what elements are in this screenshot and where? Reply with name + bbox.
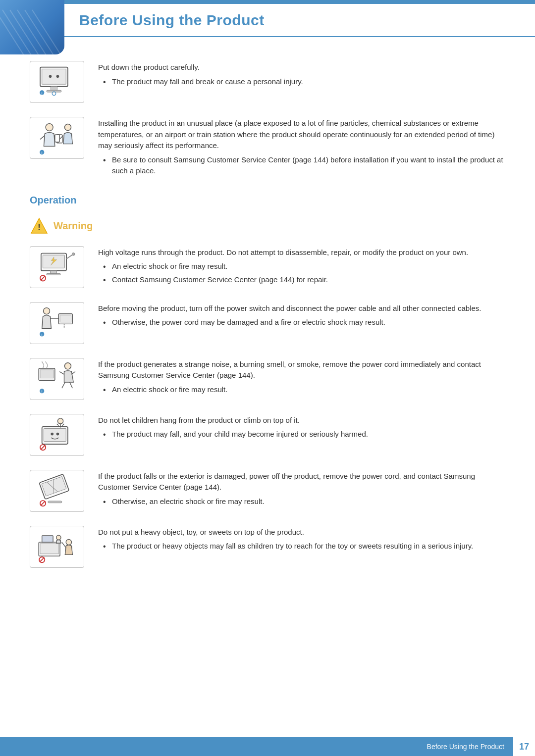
moving-icon: i (30, 302, 84, 344)
heavy-object-icon (30, 526, 84, 568)
svg-rect-57 (40, 544, 58, 554)
list-item: Do not put a heavy object, toy, or sweet… (30, 526, 505, 568)
disassemble-icon (30, 246, 84, 288)
svg-line-47 (40, 445, 45, 450)
svg-rect-18 (54, 135, 59, 142)
page-number: 17 (513, 737, 535, 756)
svg-point-28 (72, 253, 75, 256)
item-main-warn5: If the product falls or the exterior is … (98, 471, 505, 493)
page-footer: Before Using the Product 17 (0, 737, 535, 756)
list-item: High voltage runs through the product. D… (30, 246, 505, 288)
smoke-icon: i (30, 358, 84, 400)
svg-point-44 (56, 433, 59, 436)
svg-point-55 (66, 540, 71, 545)
list-item: Do not let children hang from the produc… (30, 414, 505, 456)
bullet-item: The product may fall, and your child may… (103, 429, 505, 440)
svg-rect-7 (42, 69, 66, 84)
svg-rect-52 (48, 501, 61, 503)
list-item: i If the product generates a strange noi… (30, 358, 505, 400)
footer-text: Before Using the Product (427, 742, 513, 752)
svg-point-36 (64, 363, 71, 369)
svg-line-30 (40, 276, 45, 280)
list-item: i Put down the product carefully. The pr… (30, 61, 505, 103)
bullet-item: An electric shock or fire may result. (103, 384, 505, 396)
svg-line-0 (0, 10, 30, 54)
page-header: Before Using the Product (0, 0, 535, 37)
bullet-item: Be sure to consult Samsung Customer Serv… (103, 154, 505, 177)
item-main-1: Put down the product carefully. (98, 62, 505, 73)
top-accent-bar (0, 0, 535, 4)
bullet-list-warn5: Otherwise, an electric shock or fire may… (98, 496, 505, 507)
warning-triangle-icon: ! (30, 216, 49, 235)
bullet-list-warn3: An electric shock or fire may result. (98, 384, 505, 396)
svg-point-9 (56, 75, 59, 78)
svg-rect-42 (44, 428, 66, 441)
bullet-item: Otherwise, the power cord may be damaged… (103, 317, 505, 328)
bullet-list-warn1: An electric shock or fire may result. Co… (98, 261, 505, 285)
svg-rect-26 (47, 274, 60, 275)
bullet-list-1: The product may fall and break or cause … (98, 76, 505, 88)
item-main-warn6: Do not put a heavy object, toy, or sweet… (98, 527, 505, 538)
content-area: i Put down the product carefully. The pr… (0, 37, 535, 611)
svg-rect-58 (42, 536, 53, 542)
operation-heading: Operation (30, 193, 505, 207)
item-text-warn3: If the product generates a strange noise… (98, 358, 505, 398)
bullet-item: The product may fall and break or cause … (103, 76, 505, 88)
item-text-warn4: Do not let children hang from the produc… (98, 414, 505, 442)
svg-point-15 (46, 123, 53, 131)
bullet-list-warn6: The product or heavy objects may fall as… (98, 541, 505, 552)
svg-line-54 (40, 501, 45, 505)
svg-point-17 (64, 124, 71, 130)
svg-rect-38 (40, 370, 53, 378)
item-main-warn3: If the product generates a strange noise… (98, 359, 505, 381)
warning-label: Warning (54, 218, 93, 233)
svg-point-45 (57, 418, 63, 424)
svg-text:i: i (41, 333, 42, 337)
item-main-warn4: Do not let children hang from the produc… (98, 415, 505, 426)
svg-point-31 (43, 308, 50, 314)
svg-line-61 (40, 557, 44, 562)
svg-text:i: i (41, 151, 42, 154)
list-item: If the product falls or the exterior is … (30, 470, 505, 512)
bullet-item: Contact Samsung Customer Service Center … (103, 274, 505, 286)
bullet-item: The product or heavy objects may fall as… (103, 541, 505, 552)
item-main-warn2: Before moving the product, turn off the … (98, 303, 505, 314)
warning-badge: ! Warning (30, 216, 505, 235)
svg-point-8 (49, 75, 52, 78)
monitor-icon: i (30, 61, 84, 103)
bullet-list-2: Be sure to consult Samsung Customer Serv… (98, 154, 505, 177)
item-text-warn1: High voltage runs through the product. D… (98, 246, 505, 288)
bullet-list-warn4: The product may fall, and your child may… (98, 429, 505, 440)
svg-point-59 (56, 535, 60, 540)
svg-text:!: ! (38, 223, 40, 232)
list-item: i Before moving the product, turn off th… (30, 302, 505, 344)
fallen-product-icon (30, 470, 84, 512)
page-title: Before Using the Product (79, 9, 505, 31)
svg-text:i: i (41, 390, 42, 393)
bullet-item: Otherwise, an electric shock or fire may… (103, 496, 505, 507)
item-text-warn5: If the product falls or the exterior is … (98, 470, 505, 509)
svg-text:i: i (41, 91, 42, 95)
left-accent-block (0, 0, 64, 54)
item-main-warn1: High voltage runs through the product. D… (98, 247, 505, 258)
svg-rect-25 (50, 271, 56, 274)
bullet-item: An electric shock or fire may result. (103, 261, 505, 272)
item-text-warn6: Do not put a heavy object, toy, or sweet… (98, 526, 505, 554)
list-item: i Installing the product in an unusual p… (30, 117, 505, 179)
svg-point-43 (51, 433, 54, 436)
svg-rect-33 (60, 315, 71, 322)
item-main-2: Installing the product in an unusual pla… (98, 118, 505, 151)
person-phone-icon: i (30, 117, 84, 159)
item-text-1: Put down the product carefully. The prod… (98, 61, 505, 89)
svg-rect-10 (51, 86, 57, 90)
bullet-list-warn2: Otherwise, the power cord may be damaged… (98, 317, 505, 328)
item-text-warn2: Before moving the product, turn off the … (98, 302, 505, 330)
children-climb-icon (30, 414, 84, 456)
item-text-2: Installing the product in an unusual pla… (98, 117, 505, 179)
svg-line-4 (25, 10, 59, 54)
